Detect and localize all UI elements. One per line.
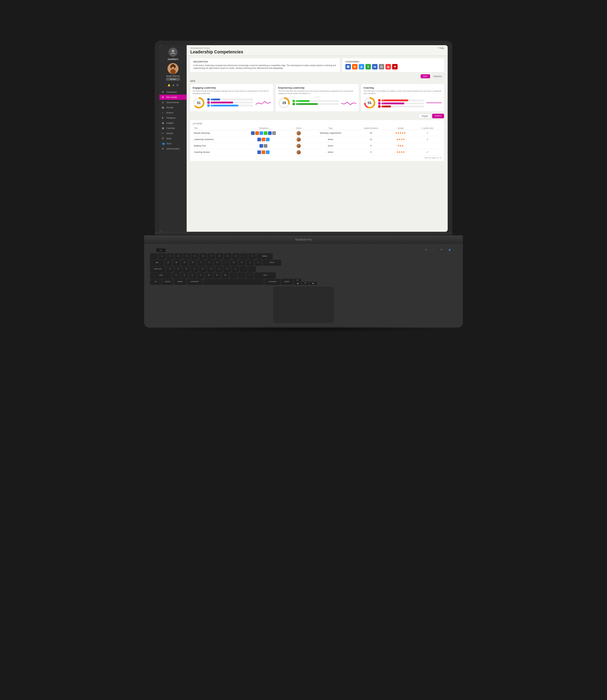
row-1-inplan: ✓ [413,130,442,136]
my-roles-button[interactable]: My roles [166,78,180,81]
key-space[interactable] [203,279,264,284]
success-button[interactable]: Success [431,74,444,78]
key-i[interactable]: I [222,260,229,265]
key-enter[interactable]: return [263,260,281,265]
esc-key[interactable]: esc [156,248,165,252]
key-n[interactable]: N [213,272,221,278]
key-shift-left[interactable]: shift [150,272,171,278]
row-3-quality: ★★★ [388,143,413,149]
key-4[interactable]: 4 [183,253,190,259]
key-5[interactable]: 5 [191,253,198,259]
siri-icon: ◉ [448,248,451,252]
sidebar-item-dashboard[interactable]: ⊞ Dashboard [159,89,187,95]
key-semicolon[interactable]: ; [240,266,247,271]
key-command-right[interactable]: command [265,279,280,284]
key-z[interactable]: Z [172,272,180,278]
key-3[interactable]: 3 [175,253,182,259]
owner-avatar-1 [296,131,301,135]
kpi-1-bar-1: 22% [207,98,253,101]
key-k[interactable]: K [224,266,231,271]
sidebar-item-actions[interactable]: ✓ Actions [159,110,187,115]
key-backtick[interactable]: ` [150,253,158,259]
key-arrow-up[interactable]: ▲ [294,279,301,281]
cat-icon-2 [352,64,357,69]
key-u[interactable]: U [214,260,221,265]
key-2[interactable]: 2 [167,253,174,259]
diamond-icon: ◈ [162,116,165,119]
key-slash[interactable]: / [246,272,253,278]
key-w[interactable]: W [173,260,180,265]
key-j[interactable]: J [215,266,223,271]
key-0[interactable]: 0 [232,253,239,259]
key-bracket-l[interactable]: [ [247,260,254,265]
actions-button[interactable]: Actions [432,114,444,118]
key-quote[interactable]: ' [248,266,255,271]
key-l[interactable]: L [232,266,239,271]
key-comma[interactable]: , [230,272,237,278]
sidebar-item-news[interactable]: ☰ News [159,136,187,141]
key-fn[interactable]: fn [150,279,161,284]
key-t[interactable]: T [197,260,205,265]
key-a[interactable]: A [166,266,174,271]
key-p[interactable]: P [238,260,246,265]
sidebar-item-team[interactable]: 👥 Team [159,141,187,146]
key-8[interactable]: 8 [216,253,223,259]
key-c[interactable]: C [189,272,196,278]
sidebar-item-assessments[interactable]: ◎ Assessments [159,100,187,105]
key-6[interactable]: 6 [200,253,207,259]
app-body[interactable]: Description In the future, leadership co… [187,56,448,232]
dev-button[interactable]: DEV [421,74,430,78]
key-v[interactable]: V [197,272,204,278]
key-option-left[interactable]: option [174,279,186,284]
key-1[interactable]: 1 [159,253,166,259]
user-name: Susan Morrow [166,75,180,77]
key-h[interactable]: H [207,266,214,271]
sidebar-item-administration[interactable]: ⚙ Administration [159,146,187,151]
key-tab[interactable]: tab [150,260,164,265]
key-option-right[interactable]: option [281,279,293,284]
sidebar-item-activity[interactable]: ↩ Activity [159,131,187,136]
key-r[interactable]: R [189,260,196,265]
key-q[interactable]: Q [165,260,172,265]
key-period[interactable]: . [238,272,245,278]
help-button[interactable]: ? Help [438,47,444,49]
key-d[interactable]: D [183,266,190,271]
key-arrow-right[interactable]: ▶ [310,282,317,284]
sidebar-item-insights[interactable]: ◀ Insights [159,121,187,126]
key-g[interactable]: G [199,266,206,271]
key-m[interactable]: M [222,272,229,278]
key-caps[interactable]: caps lock [150,266,165,271]
key-arrow-down[interactable]: ▼ [302,282,309,284]
key-7[interactable]: 7 [208,253,215,259]
key-equals[interactable]: = [249,253,256,259]
key-b[interactable]: B [205,272,212,278]
key-9[interactable]: 9 [224,253,231,259]
menu-icon[interactable]: ☰ [176,84,179,87]
key-backspace[interactable]: delete [257,253,273,259]
sidebar-item-dev-center[interactable]: ★ Dev Center [159,95,187,100]
key-bracket-r[interactable]: ] [255,260,262,265]
key-shift-right[interactable]: shift [254,272,276,278]
kpi-3-bar-3: 22% [378,105,424,108]
key-x[interactable]: X [181,272,188,278]
targets-button[interactable]: Targets [419,114,431,118]
trackpad[interactable] [273,287,334,323]
bell-icon[interactable]: 🔔 [168,84,171,87]
key-command-left[interactable]: command [187,279,202,284]
key-y[interactable]: Y [206,260,213,265]
categories-label: Categories [346,61,441,63]
key-e[interactable]: E [181,260,188,265]
sidebar-item-results[interactable]: ▦ Results [159,105,187,110]
key-arrow-left[interactable]: ◀ [294,282,301,284]
key-f[interactable]: F [191,266,198,271]
settings-icon[interactable]: ⚙ [172,84,174,87]
sidebar-item-calendar[interactable]: ▦ Calendar [159,126,187,131]
sidebar-item-paragons[interactable]: ◈ Paragons [159,115,187,121]
keyboard-row-asdf: caps lock A S D F G H J K L ; ' [150,266,457,271]
kpi-1-desc: The latest results from the analysis ind… [193,90,271,95]
key-o[interactable]: O [230,260,237,265]
key-control[interactable]: control [162,279,173,284]
key-minus[interactable]: - [240,253,248,259]
key-s[interactable]: S [174,266,182,271]
row-cat-2 [255,131,259,135]
